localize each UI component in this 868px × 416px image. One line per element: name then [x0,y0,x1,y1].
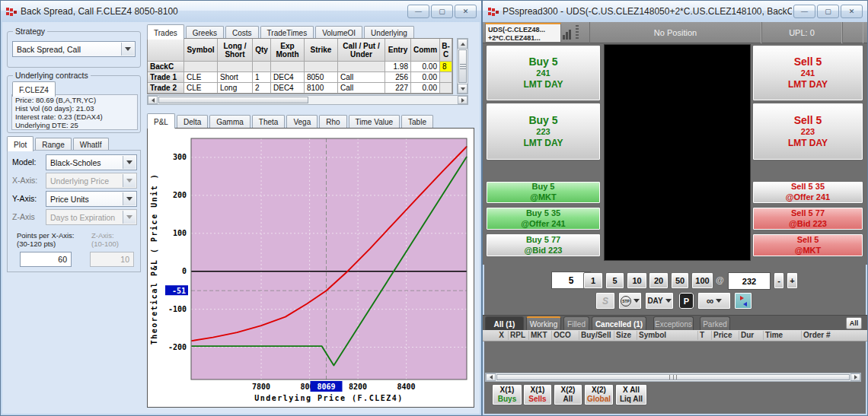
trade-cell: 8050 [305,72,338,83]
orders-table-header: X RPL MKT OCO Buy/Sell Size Symbol T Pri… [483,330,867,341]
points-per-xaxis-input[interactable]: 60 [20,252,72,267]
trade-cell: Long [218,83,253,94]
buy-limit-223-button[interactable]: Buy 5 223 LMT DAY [486,103,601,160]
orders-all-button[interactable]: All [846,317,862,329]
right-titlebar[interactable]: PSspread300 - UDS(-C.US.CLEZ148050+2*C.U… [483,1,867,22]
tab-gamma[interactable]: Gamma [209,115,251,129]
buy-button-label: Buy 5 35 [526,208,560,219]
underlying-interest-rate: Interest rate: 0.23 (EDAX4) [15,113,134,121]
maximize-button[interactable]: ▢ [817,5,839,18]
col-type: T [698,331,712,340]
underlying-label: Underlying contracts [13,71,91,80]
orders-hscroll-thumb[interactable] [496,374,850,380]
trades-col-header: Long / Short [218,39,253,62]
buy-button-label: Buy 5 [528,56,557,69]
vscroll-thumb[interactable] [458,49,467,83]
trades-table-hscrollbar[interactable] [147,95,468,105]
strategy-value: Back Spread, Call [17,45,81,54]
tab-vega[interactable]: Vega [286,115,318,129]
tab-orders-working[interactable]: Working [526,316,561,331]
scroll-down-icon[interactable] [458,84,468,94]
tab-orders-all[interactable]: All (1) [485,316,524,331]
tab-theta[interactable]: Theta [252,115,286,129]
price-increment-button[interactable]: + [787,272,798,289]
hscroll-thumb[interactable] [158,97,308,103]
orders-hscrollbar[interactable] [485,373,861,382]
scroll-right-icon[interactable] [850,373,860,381]
qty-preset-10-button[interactable]: 10 [627,272,647,289]
sell-at-offer-button[interactable]: Sell 5 35 @Offer 241 [752,181,863,204]
buy-at-bid-button[interactable]: Buy 5 77 @Bid 223 [486,233,601,257]
sell-limit-223-button[interactable]: Sell 5 223 LMT DAY [752,103,863,160]
qty-preset-5-button[interactable]: 5 [605,272,624,289]
cancel-all-button[interactable]: X(2) All [554,384,582,405]
tab-rho[interactable]: Rho [319,115,346,129]
pnl-chart[interactable]: 3002001000-100-2007800800082008400-51806… [147,128,474,408]
spread-arrows-icon [740,296,747,306]
spread-matrix-button[interactable] [734,292,752,310]
svg-text:8200: 8200 [349,383,367,391]
trades-col-header: Qty [253,39,271,62]
trades-row[interactable]: BackC1.980.008 [148,62,452,72]
oco-link-dropdown[interactable]: ∞ [697,292,731,310]
trade-cell: 256 [385,72,411,83]
close-button[interactable]: ✕ [841,5,863,18]
sell-button-label: Sell 5 [794,56,822,69]
tab-pnl[interactable]: P&L [147,113,175,129]
model-select[interactable]: Black-Scholes [46,154,137,170]
cancel-buys-button[interactable]: X(1) Buys [492,384,522,405]
cancel-sells-button[interactable]: X(1) Sells [523,384,552,405]
tab-orders-parked[interactable]: Parked [700,316,730,331]
sell-at-bid-button[interactable]: Sell 5 77 @Bid 223 [752,207,863,230]
qty-preset-100-button[interactable]: 100 [691,272,713,289]
tab-table[interactable]: Table [401,115,433,129]
cancel-global-button[interactable]: X(2) Global [584,384,614,405]
tab-trades[interactable]: Trades [147,24,184,40]
strategy-select[interactable]: Back Spread, Call [12,41,136,57]
price-decrement-button[interactable]: - [774,272,784,289]
tab-orders-exceptions[interactable]: Exceptions [653,316,694,331]
duration-dropdown[interactable]: DAY [645,292,674,310]
maximize-button[interactable]: ▢ [431,5,453,18]
park-order-button[interactable]: P [678,292,694,310]
stp-type-dropdown[interactable]: STP [618,292,642,310]
trade-cell [440,72,452,83]
y-axis-select[interactable]: Price Units [46,191,137,207]
qty-preset-50-button[interactable]: 50 [671,272,689,289]
qty-preset-20-button[interactable]: 20 [649,272,669,289]
trades-row[interactable]: Trade 1CLEShort1DEC48050Call2560.00 [148,72,452,83]
col-dur: Dur [739,331,764,340]
trades-table-vscrollbar[interactable] [457,38,468,94]
tab-delta[interactable]: Delta [177,115,208,129]
sell-at-market-button[interactable]: Sell 5 @MKT [752,233,863,257]
left-titlebar[interactable]: Back Spread, Call F.CLEZ4 8050-8100 — ▢ … [1,1,481,22]
cancel-target: Buys [498,395,516,404]
minimize-button[interactable]: — [407,5,429,18]
buy-at-market-button[interactable]: Buy 5 @MKT [486,181,601,204]
tab-orders-filled[interactable]: Filled [563,316,589,331]
drag-grip-icon[interactable] [576,25,579,40]
trade-cell [184,62,218,72]
scroll-right-icon[interactable] [458,96,468,104]
close-button[interactable]: ✕ [455,5,477,18]
tab-orders-cancelled[interactable]: Cancelled (1) [592,316,646,331]
sell-button-price: @Offer 241 [786,192,830,203]
trades-row[interactable]: Trade 2CLELong2DEC48100Call2270.00 [148,83,452,94]
buy-limit-241-button[interactable]: Buy 5 241 LMT DAY [486,45,601,101]
tab-plot[interactable]: Plot [7,136,34,151]
cancel-count: X(2) [561,386,576,395]
cancel-count: X(1) [531,386,545,395]
liquidate-all-button[interactable]: X All Liq All [615,384,647,405]
scroll-up-icon[interactable] [458,39,468,49]
price-input[interactable]: 232 [728,272,771,290]
strategy-groupbox: Strategy Back Spread, Call [7,31,141,68]
scroll-left-icon[interactable] [148,96,158,104]
tab-contract-fclez4[interactable]: F.CLEZ4 [12,81,56,97]
tab-time-value[interactable]: Time Value [349,115,400,129]
buy-at-offer-button[interactable]: Buy 5 35 @Offer 241 [486,207,601,230]
sell-limit-241-button[interactable]: Sell 5 241 LMT DAY [752,45,863,101]
qty-preset-1-button[interactable]: 1 [583,272,603,289]
tab-uds-contract[interactable]: UDS(-C.CLEZ48... +2*C.CLEZ481... [485,23,561,43]
scroll-left-icon[interactable] [486,373,496,381]
minimize-button[interactable]: — [793,5,815,18]
